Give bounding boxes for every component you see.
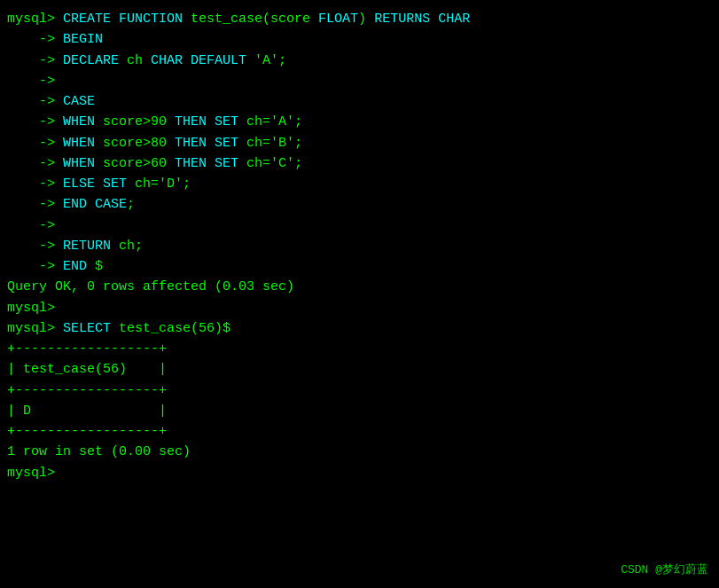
terminal-line: mysql> SELECT test_case(56)$ <box>7 318 712 339</box>
terminal-line: -> <box>7 71 712 91</box>
terminal-line: -> BEGIN <box>7 29 712 50</box>
terminal-line: -> <box>7 216 712 236</box>
terminal-line: -> END $ <box>7 256 712 277</box>
terminal-line: Query OK, 0 rows affected (0.03 sec) <box>7 277 712 297</box>
terminal-line: mysql> <box>7 298 712 318</box>
terminal-line: +------------------+ <box>7 339 712 359</box>
terminal-line: -> END CASE; <box>7 194 712 215</box>
terminal-line: -> WHEN score>80 THEN SET ch='B'; <box>7 133 712 153</box>
terminal-line: | D | <box>7 401 712 421</box>
terminal-line: +------------------+ <box>7 421 712 442</box>
watermark: CSDN @梦幻蔚蓝 <box>621 561 708 577</box>
terminal-line: -> WHEN score>90 THEN SET ch='A'; <box>7 112 712 132</box>
terminal-line: -> WHEN score>60 THEN SET ch='C'; <box>7 153 712 174</box>
terminal-line: mysql> <box>7 463 712 483</box>
terminal-line: | test_case(56) | <box>7 359 712 380</box>
terminal-line: -> CASE <box>7 91 712 112</box>
terminal-line: +------------------+ <box>7 380 712 401</box>
terminal-line: mysql> CREATE FUNCTION test_case(score F… <box>7 9 712 29</box>
terminal-line: 1 row in set (0.00 sec) <box>7 442 712 462</box>
terminal-line: -> DECLARE ch CHAR DEFAULT 'A'; <box>7 51 712 71</box>
terminal-line: -> ELSE SET ch='D'; <box>7 174 712 194</box>
terminal-line: -> RETURN ch; <box>7 236 712 256</box>
terminal-window: mysql> CREATE FUNCTION test_case(score F… <box>0 0 719 492</box>
